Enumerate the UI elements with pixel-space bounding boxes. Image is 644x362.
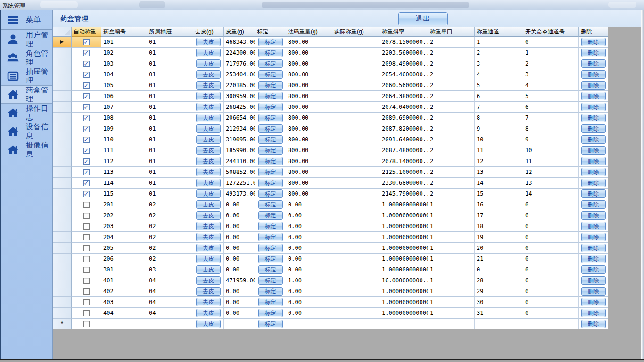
tare-button[interactable]: 去皮 [196,287,221,296]
cell-serial-port[interactable]: 1 [428,275,475,286]
calibrate-button[interactable]: 标定 [258,287,283,296]
cell-slope[interactable]: 2089.6900000... [380,113,428,123]
cell-serial-port[interactable]: 2 [428,134,475,145]
sidebar-item-medicine-box-management[interactable]: 药盒管理 [1,85,52,104]
cell-actual-weight[interactable] [332,123,380,134]
calibrate-button[interactable]: 标定 [258,276,283,285]
cell-switch-channel[interactable]: 0 [523,275,579,286]
cell-slope[interactable]: 2054.4600000... [380,69,428,80]
cell-tare-weight[interactable]: 0.00 [224,232,255,243]
cell-actual-weight[interactable] [332,189,380,199]
cell-box-number[interactable]: 201 [101,199,147,210]
auto-weigh-checkbox[interactable] [83,310,90,316]
delete-button[interactable]: 删除 [581,265,606,274]
auto-weigh-checkbox[interactable] [83,72,90,78]
cell-actual-weight[interactable] [332,156,380,167]
delete-button[interactable]: 删除 [581,255,606,263]
tare-button[interactable]: 去皮 [196,59,221,68]
row-header[interactable] [53,297,72,308]
auto-weigh-checkbox[interactable] [83,126,90,132]
row-header[interactable] [53,123,72,134]
cell-drawer[interactable]: 04 [147,297,193,308]
cell-serial-port[interactable]: 1 [428,210,475,221]
cell-drawer[interactable]: 04 [147,286,193,297]
cell-switch-channel[interactable]: 0 [523,221,579,232]
cell-slope[interactable]: 1.0000000000000 [380,199,428,210]
auto-weigh-checkbox[interactable] [83,39,90,45]
cell-box-number[interactable]: 113 [101,167,147,178]
column-header[interactable]: 自动称重 [72,27,101,37]
calibrate-button[interactable]: 标定 [258,168,283,176]
tare-button[interactable]: 去皮 [196,309,221,317]
auto-weigh-checkbox[interactable] [83,137,90,143]
cell-weight-standard[interactable]: 800.00 [286,123,332,134]
column-header[interactable]: 去皮(g) [193,27,224,37]
calibrate-button[interactable]: 标定 [258,92,283,100]
cell-serial-port[interactable]: 2 [428,123,475,134]
row-header[interactable] [53,167,72,178]
cell-switch-channel[interactable]: 9 [523,134,579,145]
calibrate-button[interactable]: 标定 [258,189,283,198]
cell-switch-channel[interactable]: 7 [523,113,579,123]
cell-box-number[interactable]: 402 [101,286,147,297]
cell-serial-port[interactable]: 2 [428,37,475,48]
cell-slope[interactable]: 1.0000000000000 [380,297,428,308]
calibrate-button[interactable]: 标定 [258,49,283,57]
cell-slope[interactable] [380,319,428,329]
cell-drawer[interactable]: 01 [147,145,193,156]
column-header[interactable]: 法码重量(g) [286,27,332,37]
column-header[interactable]: 称重通道 [475,27,523,37]
cell-switch-channel[interactable]: 11 [523,156,579,167]
cell-serial-port[interactable]: 1 [428,199,475,210]
calibrate-button[interactable]: 标定 [258,81,283,90]
cell-box-number[interactable]: 105 [101,80,147,91]
column-header[interactable]: 标定 [255,27,286,37]
cell-serial-port[interactable]: 2 [428,145,475,156]
tare-button[interactable]: 去皮 [196,276,221,285]
cell-box-number[interactable]: 203 [101,221,147,232]
delete-button[interactable]: 删除 [581,179,606,187]
calibrate-button[interactable]: 标定 [258,222,283,230]
delete-button[interactable]: 删除 [581,320,606,328]
cell-serial-port[interactable]: 2 [428,113,475,123]
column-header[interactable]: 皮重(g) [224,27,255,37]
cell-actual-weight[interactable] [332,232,380,243]
row-header[interactable] [53,113,72,123]
cell-drawer[interactable]: 03 [147,264,193,275]
cell-slope[interactable]: 2074.0400000... [380,102,428,113]
calibrate-button[interactable]: 标定 [258,265,283,274]
tare-button[interactable]: 去皮 [196,233,221,241]
cell-tare-weight[interactable]: 253404.00 [224,69,255,80]
delete-button[interactable]: 删除 [581,38,606,46]
calibrate-button[interactable]: 标定 [258,124,283,133]
cell-slope[interactable]: 2145.7900000... [380,189,428,199]
cell-switch-channel[interactable]: 13 [523,178,579,189]
cell-weight-standard[interactable]: 800.00 [286,156,332,167]
cell-actual-weight[interactable] [332,48,380,58]
delete-button[interactable]: 删除 [581,233,606,241]
cell-actual-weight[interactable] [332,58,380,69]
tare-button[interactable]: 去皮 [196,135,221,144]
cell-slope[interactable]: 1.0000000000000 [380,264,428,275]
select-all-corner[interactable] [53,27,72,37]
cell-switch-channel[interactable]: 14 [523,189,579,199]
row-header[interactable] [53,48,72,58]
cell-serial-port[interactable]: 1 [428,232,475,243]
tare-button[interactable]: 去皮 [196,38,221,46]
cell-box-number[interactable] [101,319,147,329]
cell-channel[interactable]: 2 [475,48,523,58]
calibrate-button[interactable]: 标定 [258,211,283,220]
cell-tare-weight[interactable]: 717976.00 [224,58,255,69]
cell-drawer[interactable]: 01 [147,189,193,199]
calibrate-button[interactable]: 标定 [258,320,283,328]
cell-switch-channel[interactable]: 0 [523,254,579,264]
delete-button[interactable]: 删除 [581,222,606,230]
cell-weight-standard[interactable]: 800.00 [286,102,332,113]
delete-button[interactable]: 删除 [581,124,606,133]
cell-tare-weight[interactable]: 508852.00 [224,167,255,178]
cell-tare-weight[interactable]: 0.00 [224,210,255,221]
tare-button[interactable]: 去皮 [196,70,221,79]
cell-switch-channel[interactable]: 5 [523,91,579,102]
cell-actual-weight[interactable] [332,134,380,145]
cell-channel[interactable]: 13 [475,167,523,178]
